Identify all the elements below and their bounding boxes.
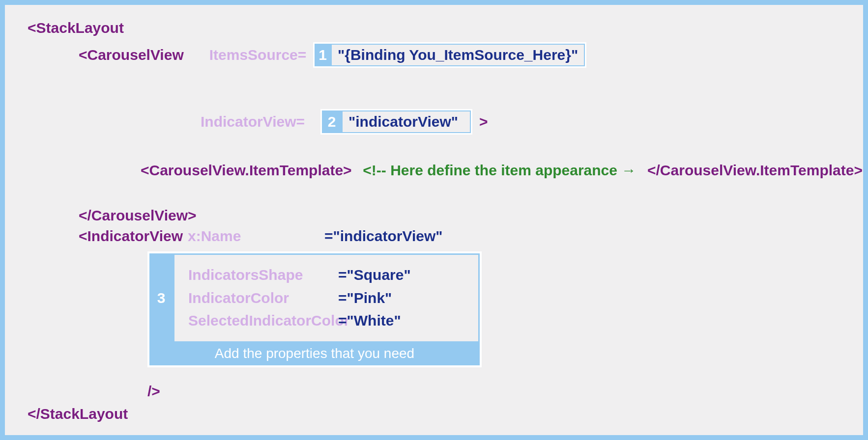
prop-eq: = bbox=[338, 264, 347, 287]
chip-number-1: 1 bbox=[315, 44, 331, 66]
prop-value: "Pink" bbox=[347, 287, 392, 310]
indicatorview-chip: 2 "indicatorView" bbox=[320, 109, 472, 135]
prop-row: IndicatorColor ="Pink" bbox=[188, 287, 464, 310]
carouselview-open-tag: <CarouselView bbox=[79, 47, 184, 63]
properties-caption: Add the properties that you need bbox=[149, 343, 480, 365]
xname-value: "indicatorView" bbox=[333, 228, 443, 244]
prop-row: SelectedIndicatorColor ="White" bbox=[188, 309, 464, 332]
xname-eq: = bbox=[324, 228, 333, 244]
prop-eq: = bbox=[338, 309, 347, 332]
prop-name: SelectedIndicatorColor bbox=[188, 309, 338, 332]
itemssource-value: "{Binding You_ItemSource_Here}" bbox=[331, 44, 585, 66]
prop-eq: = bbox=[338, 287, 347, 310]
prop-row: IndicatorsShape ="Square" bbox=[188, 264, 464, 287]
properties-box: 3 IndicatorsShape ="Square" IndicatorCol… bbox=[147, 251, 482, 367]
prop-name: IndicatorsShape bbox=[188, 264, 338, 287]
indicatorview-self-close: /> bbox=[147, 383, 160, 399]
carouselview-tag-end-gt: > bbox=[479, 113, 488, 130]
indicatorview-open-tag: <IndicatorView bbox=[79, 228, 183, 245]
prop-value: "White" bbox=[347, 309, 401, 332]
xname-attr-label: x:Name bbox=[188, 228, 241, 245]
prop-name: IndicatorColor bbox=[188, 287, 338, 310]
itemtemplate-close-tag: </CarouselView.ItemTemplate> bbox=[647, 162, 863, 178]
stacklayout-open-tag: <StackLayout bbox=[28, 20, 124, 36]
itemssource-attr-label: ItemsSource= bbox=[209, 47, 307, 63]
itemtemplate-comment: <!-- Here define the item appearance → bbox=[363, 162, 636, 178]
indicatorview-attr-value: "indicatorView" bbox=[342, 110, 471, 133]
chip-number-2: 2 bbox=[322, 110, 342, 133]
chip-number-3: 3 bbox=[149, 253, 173, 343]
indicatorview-attr-label: IndicatorView= bbox=[201, 113, 305, 130]
prop-value: "Square" bbox=[347, 264, 411, 287]
carouselview-close-tag: </CarouselView> bbox=[79, 207, 197, 223]
stacklayout-close-tag: </StackLayout bbox=[28, 406, 128, 422]
properties-list: IndicatorsShape ="Square" IndicatorColor… bbox=[173, 253, 480, 343]
itemssource-chip: 1 "{Binding You_ItemSource_Here}" bbox=[313, 42, 586, 68]
itemtemplate-open-tag: <CarouselView.ItemTemplate> bbox=[141, 162, 352, 178]
